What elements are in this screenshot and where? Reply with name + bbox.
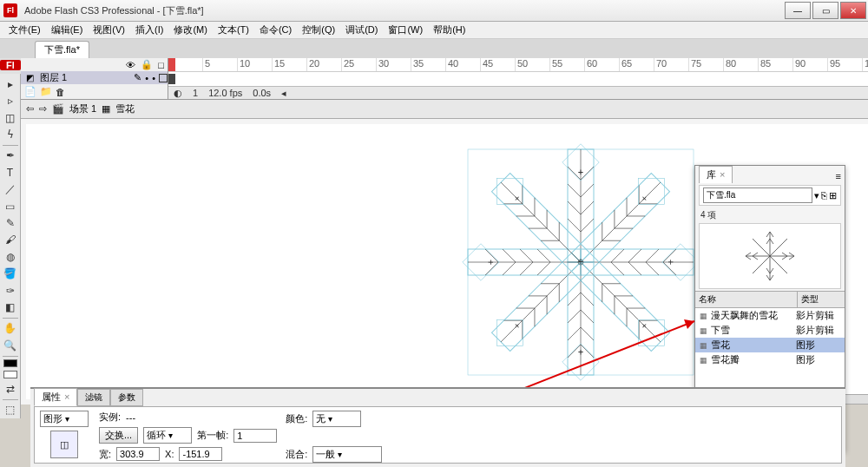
width-input[interactable]: 303.9 bbox=[116, 447, 160, 461]
menu-window[interactable]: 窗口(W) bbox=[383, 22, 428, 38]
onion-skin-icon[interactable]: ◐ bbox=[174, 88, 182, 99]
menubar: 文件(E) 编辑(E) 视图(V) 插入(I) 修改(M) 文本(T) 命令(C… bbox=[0, 22, 868, 39]
layer-name: 图层 1 bbox=[40, 71, 67, 84]
tab-filters[interactable]: 滤镜 bbox=[77, 389, 110, 406]
outline-icon[interactable]: □ bbox=[158, 60, 164, 70]
pen-tool[interactable]: ✒ bbox=[2, 148, 19, 163]
blend-label: 混合: bbox=[286, 448, 307, 461]
library-item[interactable]: ▦漫天飘舞的雪花影片剪辑 bbox=[695, 308, 845, 323]
lock-icon[interactable]: 🔒 bbox=[141, 59, 153, 70]
library-item[interactable]: ▦雪花图形 bbox=[695, 338, 845, 352]
fill-color-swatch[interactable] bbox=[3, 371, 17, 378]
ruler-mark[interactable]: 95 bbox=[828, 58, 863, 71]
close-button[interactable]: ✕ bbox=[840, 2, 866, 19]
stroke-color-swatch[interactable] bbox=[3, 359, 17, 367]
current-frame: 1 bbox=[193, 88, 198, 98]
color-label: 颜色: bbox=[286, 412, 307, 425]
ruler-mark[interactable]: 100 bbox=[863, 58, 868, 71]
menu-view[interactable]: 视图(V) bbox=[88, 22, 130, 38]
forward-button[interactable]: ⇨ bbox=[39, 103, 47, 115]
ruler-mark[interactable]: 75 bbox=[689, 58, 724, 71]
ruler-mark[interactable]: 40 bbox=[446, 58, 481, 71]
text-tool[interactable]: T bbox=[2, 165, 19, 180]
library-item[interactable]: ▦下雪影片剪辑 bbox=[695, 323, 845, 338]
library-column-type[interactable]: 类型 bbox=[798, 292, 845, 307]
ruler-mark[interactable]: 50 bbox=[516, 58, 550, 71]
selection-tool[interactable]: ▸ bbox=[2, 76, 19, 91]
x-input[interactable]: -151.9 bbox=[179, 447, 222, 461]
new-layer-button[interactable]: 📄 bbox=[24, 86, 36, 97]
rectangle-tool[interactable]: ▭ bbox=[2, 199, 19, 214]
library-file-select[interactable]: 下雪.fla bbox=[703, 187, 812, 203]
library-column-name[interactable]: 名称 bbox=[695, 292, 798, 307]
free-transform-tool[interactable]: ◫ bbox=[2, 110, 19, 125]
menu-debug[interactable]: 调试(D) bbox=[340, 22, 383, 38]
first-frame-input[interactable]: 1 bbox=[233, 429, 277, 443]
blend-select[interactable]: 一般 ▾ bbox=[312, 446, 382, 463]
menu-text[interactable]: 文本(T) bbox=[213, 22, 254, 38]
layer-row[interactable]: ◩ 图层 1 ✎ •• bbox=[21, 71, 168, 84]
snap-option-icon[interactable]: ⬚ bbox=[2, 403, 19, 418]
ruler-mark[interactable]: 15 bbox=[273, 58, 307, 71]
loop-select[interactable]: 循环 ▾ bbox=[143, 427, 192, 444]
ruler-mark[interactable]: 90 bbox=[793, 58, 828, 71]
ruler-mark[interactable]: 80 bbox=[724, 58, 759, 71]
back-button[interactable]: ⇦ bbox=[26, 103, 34, 115]
ruler-mark[interactable]: 25 bbox=[342, 58, 377, 71]
new-lib-icon[interactable]: ⊞ bbox=[829, 190, 837, 201]
eyedropper-tool[interactable]: ✑ bbox=[2, 283, 19, 298]
eraser-tool[interactable]: ◧ bbox=[2, 299, 19, 314]
panel-menu-icon[interactable]: ≡ bbox=[832, 169, 845, 183]
swap-button[interactable]: 交换... bbox=[99, 427, 138, 444]
paint-bucket-tool[interactable]: 🪣 bbox=[2, 266, 19, 281]
pin-icon[interactable]: ⎘ bbox=[821, 190, 827, 201]
lasso-tool[interactable]: ϟ bbox=[2, 127, 19, 141]
ruler-mark[interactable]: 60 bbox=[585, 58, 620, 71]
zoom-tool[interactable]: 🔍 bbox=[2, 338, 19, 352]
menu-insert[interactable]: 插入(I) bbox=[130, 22, 168, 38]
menu-control[interactable]: 控制(Q) bbox=[297, 22, 340, 38]
symbol-name[interactable]: 雪花 bbox=[115, 102, 135, 115]
new-folder-button[interactable]: 📁 bbox=[40, 86, 52, 97]
menu-help[interactable]: 帮助(H) bbox=[428, 22, 470, 38]
ruler-mark[interactable]: 45 bbox=[481, 58, 516, 71]
ruler-mark[interactable]: 85 bbox=[759, 58, 793, 71]
tab-properties[interactable]: 属性× bbox=[34, 388, 77, 406]
ruler-mark[interactable]: 5 bbox=[203, 58, 238, 71]
ruler-mark[interactable]: 20 bbox=[307, 58, 342, 71]
scene-name[interactable]: 场景 1 bbox=[69, 102, 96, 115]
snowflake-symbol[interactable]: + + bbox=[459, 141, 702, 384]
svg-line-6 bbox=[581, 184, 594, 197]
ruler-mark[interactable]: 30 bbox=[377, 58, 411, 71]
keyframe[interactable] bbox=[168, 74, 175, 84]
hand-tool[interactable]: ✋ bbox=[2, 321, 19, 336]
eye-icon[interactable]: 👁 bbox=[126, 60, 135, 70]
line-tool[interactable]: ／ bbox=[2, 181, 19, 196]
brush-tool[interactable]: 🖌 bbox=[2, 233, 19, 247]
menu-file[interactable]: 文件(E) bbox=[3, 22, 46, 38]
swap-colors-icon[interactable]: ⇄ bbox=[2, 381, 19, 396]
ruler-mark[interactable]: 70 bbox=[654, 58, 689, 71]
ink-bottle-tool[interactable]: ◍ bbox=[2, 249, 19, 264]
maximize-button[interactable]: ▭ bbox=[812, 2, 838, 19]
ruler-mark[interactable]: 35 bbox=[411, 58, 446, 71]
menu-modify[interactable]: 修改(M) bbox=[168, 22, 213, 38]
minimize-button[interactable]: — bbox=[785, 2, 811, 19]
library-tab[interactable]: 库× bbox=[699, 166, 733, 183]
subselection-tool[interactable]: ▹ bbox=[2, 93, 19, 108]
ruler-mark[interactable]: 55 bbox=[550, 58, 585, 71]
library-item[interactable]: ▦雪花瓣图形 bbox=[695, 352, 845, 367]
tab-params[interactable]: 参数 bbox=[110, 389, 143, 406]
menu-edit[interactable]: 编辑(E) bbox=[46, 22, 89, 38]
color-select[interactable]: 无 ▾ bbox=[312, 411, 361, 427]
ruler-mark[interactable]: 10 bbox=[238, 58, 273, 71]
svg-line-5 bbox=[568, 184, 581, 197]
document-tab[interactable]: 下雪.fla* bbox=[35, 41, 89, 58]
pencil-tool[interactable]: ✎ bbox=[2, 215, 19, 230]
playhead[interactable] bbox=[168, 58, 175, 72]
delete-layer-button[interactable]: 🗑 bbox=[56, 87, 65, 97]
menu-commands[interactable]: 命令(C) bbox=[254, 22, 297, 38]
layer-icon: ◩ bbox=[26, 73, 36, 83]
ruler-mark[interactable]: 65 bbox=[620, 58, 654, 71]
instance-type-select[interactable]: 图形 ▾ bbox=[40, 411, 89, 427]
